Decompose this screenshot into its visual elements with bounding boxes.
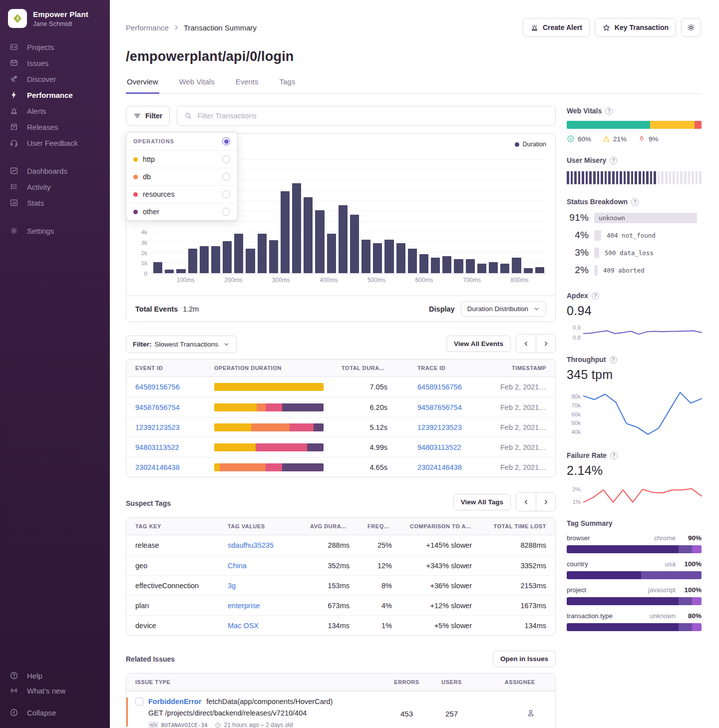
sidebar-item-projects[interactable]: Projects [0, 39, 110, 55]
histogram-bar[interactable] [188, 249, 197, 274]
sidebar-item-activity[interactable]: Activity [0, 179, 110, 195]
operation-radio[interactable] [222, 190, 230, 198]
tag-summary-bar[interactable] [567, 571, 702, 579]
sidebar-item-performance[interactable]: Performance [0, 87, 110, 103]
histogram-bar[interactable] [454, 259, 463, 273]
histogram-bar[interactable] [500, 264, 509, 273]
help-icon[interactable]: ? [610, 356, 617, 364]
histogram-bar[interactable] [281, 191, 290, 273]
histogram-bar[interactable] [442, 256, 451, 273]
operations-heading-row[interactable]: OPERATIONS [126, 132, 237, 150]
tag-value-link[interactable]: enterprise [228, 602, 260, 610]
histogram-bar[interactable] [350, 215, 359, 273]
search-input[interactable] [197, 112, 548, 120]
sidebar-item-user-feedback[interactable]: User Feedback [0, 135, 110, 151]
tag-value-link[interactable]: China [228, 562, 247, 570]
transaction-search[interactable] [177, 106, 556, 126]
filter-button[interactable]: Filter [126, 106, 170, 126]
tab-events[interactable]: Events [235, 77, 260, 94]
help-icon[interactable]: ? [592, 292, 599, 300]
histogram-bar[interactable] [373, 243, 382, 273]
view-all-events-button[interactable]: View All Events [446, 336, 511, 352]
issue-type-link[interactable]: ForbiddenError [148, 698, 201, 706]
sidebar-item-releases[interactable]: Releases [0, 119, 110, 135]
trace-id-link[interactable]: 12392123523 [417, 423, 462, 431]
tag-summary-bar[interactable] [567, 597, 702, 605]
histogram-bar[interactable] [246, 249, 255, 274]
sidebar-item-dashboards[interactable]: Dashboards [0, 163, 110, 179]
histogram-bar[interactable] [269, 240, 278, 273]
pager-prev-button[interactable] [516, 335, 536, 353]
histogram-bar[interactable] [396, 243, 405, 273]
histogram-bar[interactable] [535, 267, 544, 273]
histogram-bar[interactable] [234, 234, 243, 273]
operations-all-radio[interactable] [222, 137, 230, 145]
trace-id-link[interactable]: 94587656754 [417, 403, 462, 411]
operation-radio[interactable] [222, 155, 230, 163]
issue-assignee[interactable] [473, 698, 555, 718]
histogram-bar[interactable] [489, 262, 498, 273]
operation-option-db[interactable]: db [126, 168, 237, 185]
histogram-bar[interactable] [524, 268, 533, 273]
histogram-bar[interactable] [477, 264, 486, 273]
sidebar-item-discover[interactable]: Discover [0, 71, 110, 87]
sidebar-item-collapse[interactable]: Collapse [0, 705, 110, 720]
sidebar-item-stats[interactable]: Stats [0, 195, 110, 211]
event-id-link[interactable]: 64589156756 [135, 383, 180, 391]
help-icon[interactable]: ? [631, 198, 639, 206]
operation-option-resources[interactable]: resources [126, 185, 237, 203]
event-id-link[interactable]: 23024146438 [135, 463, 180, 471]
histogram-bar[interactable] [153, 262, 162, 273]
settings-gear-button[interactable] [681, 18, 701, 37]
operation-radio[interactable] [222, 173, 230, 181]
event-id-link[interactable]: 12392123523 [135, 423, 180, 431]
trace-id-link[interactable]: 23024146438 [417, 463, 462, 471]
tag-summary-bar[interactable] [567, 623, 702, 631]
tag-value-link[interactable]: sdaufhu35235 [228, 541, 274, 549]
tag-value-link[interactable]: 3g [228, 582, 236, 590]
trace-id-link[interactable]: 64589156756 [417, 383, 462, 391]
histogram-bar[interactable] [223, 241, 232, 273]
histogram-bar[interactable] [361, 240, 370, 273]
view-all-tags-button[interactable]: View All Tags [453, 494, 511, 510]
issue-row[interactable]: ForbiddenError fetchData(app/components/… [126, 691, 555, 728]
issue-checkbox[interactable] [135, 698, 143, 706]
histogram-bar[interactable] [200, 246, 209, 273]
histogram-bar[interactable] [384, 240, 393, 273]
sidebar-item-help[interactable]: Help [0, 668, 110, 683]
sidebar-item-what-s-new[interactable]: What’s new [0, 683, 110, 698]
histogram-bar[interactable] [165, 270, 174, 273]
histogram-bar[interactable] [327, 234, 336, 273]
sidebar-item-issues[interactable]: Issues [0, 55, 110, 71]
histogram-bar[interactable] [339, 205, 348, 273]
histogram-bar[interactable] [315, 210, 324, 273]
histogram-bar[interactable] [211, 246, 220, 273]
pager-next-button[interactable] [536, 493, 555, 511]
trace-id-link[interactable]: 94803113522 [417, 443, 461, 451]
events-filter-select[interactable]: Filter: Slowest Transactions [126, 336, 237, 353]
histogram-bar[interactable] [431, 258, 440, 273]
tag-value-link[interactable]: Mac OSX [228, 622, 259, 630]
event-id-link[interactable]: 94803113522 [135, 443, 179, 451]
histogram-bar[interactable] [258, 234, 267, 273]
histogram-bar[interactable] [176, 269, 185, 273]
histogram-bar[interactable] [512, 258, 521, 273]
help-icon[interactable]: ? [610, 452, 618, 459]
tab-overview[interactable]: Overview [126, 77, 159, 94]
help-icon[interactable]: ? [605, 107, 613, 115]
histogram-bar[interactable] [304, 197, 313, 273]
help-icon[interactable]: ? [610, 157, 617, 164]
event-id-link[interactable]: 94587656754 [135, 403, 180, 411]
breadcrumb-parent[interactable]: Performance [126, 23, 169, 32]
sidebar-item-alerts[interactable]: Alerts [0, 103, 110, 119]
operation-radio[interactable] [222, 208, 230, 216]
pager-prev-button[interactable] [516, 493, 536, 511]
org-switcher[interactable]: Empower Plant Jane Schmidt [0, 0, 110, 39]
sidebar-item-settings[interactable]: Settings [0, 223, 110, 239]
tab-tags[interactable]: Tags [279, 77, 297, 94]
histogram-bar[interactable] [466, 259, 475, 273]
tab-web-vitals[interactable]: Web Vitals [178, 77, 216, 94]
create-alert-button[interactable]: Create Alert [523, 18, 590, 37]
operation-option-other[interactable]: other [126, 203, 237, 220]
tag-summary-bar[interactable] [567, 545, 702, 553]
